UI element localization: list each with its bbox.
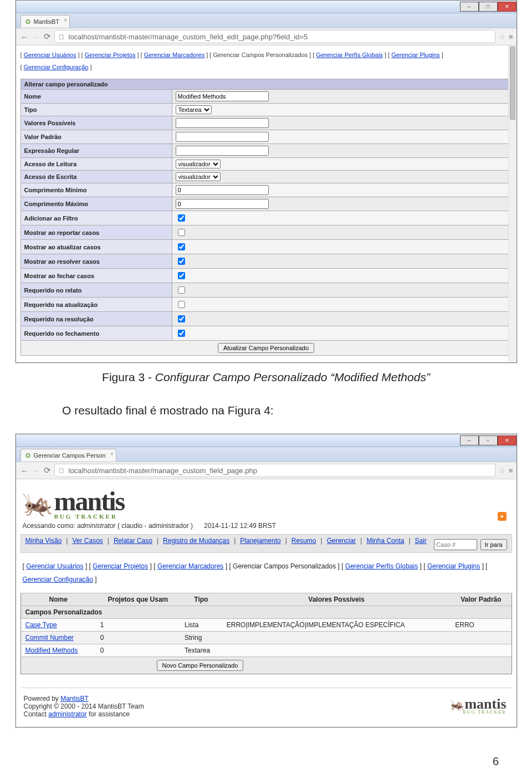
- toolbar: ← → ⟳ 🗋 localhost/mantisbt-master/manage…: [16, 462, 516, 479]
- field-name-link[interactable]: Modified Methods: [25, 647, 78, 654]
- field-value-cell: [172, 116, 511, 130]
- admin-link-current: Gerenciar Campos Personalizados: [233, 562, 336, 570]
- footer-admin-link[interactable]: administrator: [48, 710, 86, 718]
- nav-link[interactable]: Ver Casos: [72, 537, 103, 545]
- field-name-link[interactable]: Commit Number: [25, 634, 74, 642]
- nav-link[interactable]: Sair: [415, 537, 427, 545]
- nav-link[interactable]: Resumo: [291, 537, 316, 545]
- column-header: Valor Padrão: [451, 593, 511, 606]
- reload-icon[interactable]: ⟳: [44, 32, 51, 42]
- bookmark-star-icon[interactable]: ☆: [499, 33, 505, 41]
- rss-icon[interactable]: ༄: [498, 512, 507, 521]
- field-checkbox[interactable]: [178, 214, 185, 222]
- field-checkbox[interactable]: [178, 315, 185, 322]
- field-label: Adicionar ao Filtro: [21, 211, 172, 225]
- close-button[interactable]: ✕: [498, 2, 516, 12]
- field-name-link[interactable]: Case Type: [25, 621, 57, 629]
- field-value-cell: [172, 130, 511, 144]
- field-select[interactable]: Textarea: [176, 105, 212, 114]
- column-header: Projetos que Usam: [96, 593, 180, 606]
- menu-icon[interactable]: ≡: [509, 466, 512, 475]
- admin-link[interactable]: Gerenciar Marcadores: [144, 52, 204, 58]
- nav-link[interactable]: Gerenciar: [327, 537, 356, 545]
- vertical-scrollbar[interactable]: [508, 45, 516, 362]
- field-label: Mostrar ao resolver casos: [21, 254, 172, 269]
- nav-link[interactable]: Minha Visão: [25, 537, 62, 545]
- maximize-button[interactable]: ▫: [479, 435, 498, 445]
- nav-link[interactable]: Minha Conta: [366, 537, 404, 545]
- reload-icon[interactable]: ⟳: [44, 465, 51, 475]
- back-icon[interactable]: ←: [21, 466, 29, 475]
- cell: Lista: [180, 619, 222, 632]
- field-input[interactable]: [176, 185, 269, 195]
- admin-link[interactable]: Gerenciar Marcadores: [157, 562, 223, 570]
- intermediate-text: O resultado final é mostrado na Figura 4…: [62, 404, 532, 417]
- minimize-button[interactable]: –: [460, 435, 479, 445]
- address-bar[interactable]: 🗋 localhost/mantisbt-master/manage_custo…: [54, 464, 495, 477]
- field-checkbox[interactable]: [178, 301, 185, 308]
- field-checkbox[interactable]: [178, 258, 185, 265]
- field-checkbox[interactable]: [178, 286, 185, 294]
- admin-link[interactable]: Gerenciar Usuários: [26, 562, 83, 570]
- field-checkbox[interactable]: [178, 243, 185, 250]
- new-custom-field-button[interactable]: Novo Campo Personalizado: [157, 660, 244, 671]
- minimize-button[interactable]: –: [460, 2, 479, 12]
- admin-link[interactable]: Gerenciar Plugins: [391, 52, 439, 58]
- forward-icon[interactable]: →: [32, 466, 40, 475]
- field-label: Comprimento Mínimo: [21, 183, 172, 197]
- close-tab-icon[interactable]: ×: [64, 17, 67, 23]
- address-bar[interactable]: 🗋 localhost/mantisbt-master/manage_custo…: [54, 30, 495, 43]
- nav-link[interactable]: Registro de Mudanças: [163, 537, 229, 545]
- field-value-cell: [172, 312, 511, 326]
- field-input[interactable]: [176, 199, 269, 209]
- cell: [222, 644, 451, 657]
- admin-link[interactable]: Gerenciar Projetos: [93, 562, 148, 570]
- admin-link[interactable]: Gerenciar Usuários: [24, 52, 76, 58]
- forward-icon[interactable]: →: [32, 32, 40, 42]
- field-input[interactable]: [176, 91, 269, 101]
- menu-icon[interactable]: ≡: [509, 33, 512, 41]
- mantis-favicon: ✪: [25, 18, 30, 25]
- back-icon[interactable]: ←: [21, 32, 29, 42]
- cell: String: [180, 632, 222, 644]
- screenshot-2: – ▫ ✕ ✪ Gerenciar Campos Person × ← → ⟳ …: [16, 434, 517, 727]
- admin-link[interactable]: Gerenciar Perfís Globais: [345, 562, 418, 570]
- field-select[interactable]: visualizador: [176, 160, 221, 168]
- field-label: Mostrar ao reportar casos: [21, 225, 172, 240]
- update-button[interactable]: Atualizar Campo Personalizado: [218, 343, 314, 353]
- status-prefix: Acessando como:: [23, 522, 78, 530]
- close-tab-icon[interactable]: ×: [110, 451, 114, 457]
- close-button[interactable]: ✕: [498, 435, 516, 445]
- cell: 0: [96, 632, 180, 644]
- status-time: 2014-11-12 12:49 BRST: [204, 522, 276, 530]
- admin-link[interactable]: Gerenciar Projetos: [85, 52, 136, 58]
- browser-tab[interactable]: ✪ Gerenciar Campos Person ×: [21, 449, 116, 462]
- field-label: Tipo: [21, 104, 172, 116]
- field-input[interactable]: [176, 132, 269, 142]
- jump-issue-input[interactable]: [434, 539, 477, 550]
- field-select[interactable]: visualizador: [176, 172, 221, 181]
- footer-mantis-link[interactable]: MantisBT: [60, 695, 89, 703]
- footer: Powered by MantisBT Copyright © 2000 - 2…: [21, 693, 512, 720]
- admin-link[interactable]: Gerenciar Configuração: [24, 64, 89, 70]
- cell: Textarea: [180, 644, 222, 657]
- field-checkbox[interactable]: [178, 330, 185, 337]
- logo-word: mantis: [54, 486, 125, 516]
- field-label: Mostrar ao fechar casos: [21, 269, 172, 283]
- bookmark-star-icon[interactable]: ☆: [499, 466, 505, 475]
- field-input[interactable]: [176, 118, 269, 128]
- admin-link[interactable]: Gerenciar Configuração: [23, 576, 93, 583]
- field-checkbox[interactable]: [178, 229, 185, 236]
- maximize-button[interactable]: □: [479, 2, 498, 12]
- admin-link[interactable]: Gerenciar Perfís Globais: [316, 52, 382, 58]
- nav-link[interactable]: Planejamento: [240, 537, 280, 545]
- field-value-cell: [172, 183, 511, 197]
- nav-link[interactable]: Relatar Caso: [114, 537, 152, 545]
- admin-link[interactable]: Gerenciar Plugins: [427, 562, 480, 570]
- field-checkbox[interactable]: [178, 272, 185, 279]
- jump-issue-button[interactable]: Ir para: [480, 539, 507, 550]
- browser-tab[interactable]: ✪ MantisBT ×: [21, 15, 70, 28]
- field-input[interactable]: [176, 146, 269, 156]
- column-header: Tipo: [180, 593, 222, 606]
- page-body-1: [ Gerenciar Usuários ] [ Gerenciar Proje…: [16, 45, 516, 362]
